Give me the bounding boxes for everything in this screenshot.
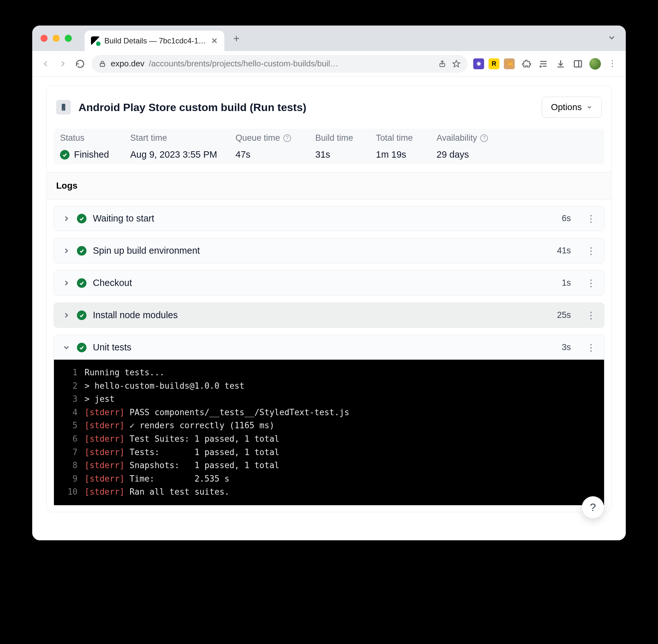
browser-tab[interactable]: Build Details — 7bc1cdc4-1275 ✕	[85, 31, 224, 51]
line-number: 10	[65, 485, 77, 499]
browser-toolbar: expo.dev /accounts/brents/projects/hello…	[32, 51, 626, 76]
build-step: Install node modules25s⋮	[54, 302, 604, 328]
success-check-icon	[77, 343, 87, 352]
tab-title: Build Details — 7bc1cdc4-1275	[104, 37, 207, 45]
downloads-icon[interactable]	[555, 58, 566, 70]
back-button[interactable]	[40, 58, 51, 70]
line-number: 9	[65, 472, 77, 486]
label-avail: Availability?	[437, 133, 598, 143]
step-title: Waiting to start	[93, 213, 154, 224]
options-label: Options	[551, 102, 582, 112]
step-toggle[interactable]: Spin up build environment41s⋮	[54, 238, 604, 263]
side-panel-icon[interactable]	[572, 58, 584, 70]
browser-menu-button[interactable]: ⋮	[607, 58, 618, 70]
step-toggle[interactable]: Install node modules25s⋮	[54, 303, 604, 327]
terminal-line: 10[stderr] Ran all test suites.	[54, 485, 604, 499]
line-number: 6	[65, 432, 77, 446]
step-duration: 3s	[562, 342, 571, 352]
line-text: [stderr] PASS components/__tests__/Style…	[85, 406, 349, 419]
svg-marker-2	[453, 60, 460, 67]
forward-button[interactable]	[57, 58, 69, 70]
terminal-line: 1Running tests...	[54, 366, 604, 380]
android-icon	[56, 100, 71, 115]
tabs-overflow-button[interactable]	[607, 33, 616, 43]
line-text: [stderr] ✓ renders correctly (1165 ms)	[85, 419, 275, 432]
url-domain: expo.dev	[111, 59, 145, 69]
line-number: 3	[65, 393, 77, 406]
build-title: Android Play Store custom build (Run tes…	[78, 101, 306, 114]
step-toggle[interactable]: Waiting to start6s⋮	[54, 206, 604, 231]
close-window-button[interactable]	[41, 35, 48, 42]
options-button[interactable]: Options	[542, 97, 602, 118]
value-queue: 47s	[235, 150, 315, 160]
step-title: Checkout	[93, 278, 132, 288]
value-total: 1m 19s	[376, 150, 437, 160]
step-menu-button[interactable]: ⋮	[586, 248, 596, 253]
terminal-line: 2> hello-custom-builds@1.0.0 test	[54, 380, 604, 393]
step-duration: 1s	[562, 278, 571, 288]
build-step: Unit tests3s⋮1Running tests...2> hello-c…	[54, 335, 604, 506]
line-text: [stderr] Test Suites: 1 passed, 1 total	[85, 432, 280, 446]
reading-list-icon[interactable]	[538, 58, 549, 70]
address-bar[interactable]: expo.dev /accounts/brents/projects/hello…	[92, 55, 468, 73]
line-number: 4	[65, 406, 77, 419]
reload-button[interactable]	[74, 58, 86, 70]
info-icon[interactable]: ?	[283, 134, 291, 142]
url-path: /accounts/brents/projects/hello-custom-b…	[149, 59, 338, 69]
value-start: Aug 9, 2023 3:55 PM	[130, 150, 235, 160]
minimize-window-button[interactable]	[53, 35, 60, 42]
close-tab-button[interactable]: ✕	[211, 36, 218, 46]
label-build: Build time	[315, 133, 376, 143]
line-number: 8	[65, 459, 77, 472]
build-card: Android Play Store custom build (Run tes…	[46, 86, 612, 512]
step-toggle[interactable]: Unit tests3s⋮	[54, 335, 604, 360]
step-duration: 41s	[557, 246, 571, 256]
terminal-line: 5[stderr] ✓ renders correctly (1165 ms)	[54, 419, 604, 432]
terminal-line: 6[stderr] Test Suites: 1 passed, 1 total	[54, 432, 604, 446]
share-icon[interactable]	[438, 60, 446, 68]
browser-tab-strip: Build Details — 7bc1cdc4-1275 ✕ +	[32, 25, 626, 51]
line-number: 5	[65, 419, 77, 432]
build-header: Android Play Store custom build (Run tes…	[47, 86, 611, 129]
terminal-line: 9[stderr] Time: 2.535 s	[54, 472, 604, 486]
line-number: 7	[65, 446, 77, 459]
profile-avatar[interactable]	[589, 58, 601, 70]
label-queue: Queue time?	[235, 133, 315, 143]
new-tab-button[interactable]: +	[233, 32, 240, 45]
step-menu-button[interactable]: ⋮	[586, 345, 596, 350]
success-check-icon	[77, 214, 87, 223]
label-start: Start time	[130, 133, 235, 143]
value-status: Finished	[60, 150, 130, 160]
step-menu-button[interactable]: ⋮	[586, 313, 596, 318]
window-controls	[41, 35, 72, 42]
help-button[interactable]: ?	[582, 496, 604, 519]
step-title: Spin up build environment	[93, 246, 200, 256]
extension-camel[interactable]: 🐪	[504, 59, 515, 69]
step-toggle[interactable]: Checkout1s⋮	[54, 271, 604, 295]
info-icon[interactable]: ?	[480, 134, 488, 142]
terminal-line: 4[stderr] PASS components/__tests__/Styl…	[54, 406, 604, 419]
build-steps-list: Waiting to start6s⋮Spin up build environ…	[47, 199, 611, 512]
extensions-puzzle-icon[interactable]	[520, 58, 532, 70]
build-step: Checkout1s⋮	[54, 270, 604, 296]
zoom-window-button[interactable]	[65, 35, 72, 42]
bookmark-star-icon[interactable]	[452, 60, 461, 68]
line-text: > jest	[85, 393, 115, 406]
favicon-icon	[91, 37, 100, 45]
extension-r[interactable]: R	[489, 59, 499, 69]
line-text: [stderr] Tests: 1 passed, 1 total	[85, 446, 280, 459]
step-menu-button[interactable]: ⋮	[586, 216, 596, 221]
step-title: Unit tests	[93, 342, 132, 353]
step-menu-button[interactable]: ⋮	[586, 280, 596, 285]
success-check-icon	[77, 310, 87, 320]
chevron-down-icon	[586, 104, 593, 110]
extension-1[interactable]: ✷	[473, 59, 484, 69]
terminal-line: 8[stderr] Snapshots: 1 passed, 1 total	[54, 459, 604, 472]
lock-icon	[99, 60, 106, 68]
build-step: Spin up build environment41s⋮	[54, 238, 604, 263]
terminal-line: 7[stderr] Tests: 1 passed, 1 total	[54, 446, 604, 459]
value-build: 31s	[315, 150, 376, 160]
browser-window: Build Details — 7bc1cdc4-1275 ✕ + expo.d…	[32, 25, 626, 540]
line-text: [stderr] Snapshots: 1 passed, 1 total	[85, 459, 280, 472]
chevron-right-icon	[62, 247, 71, 255]
